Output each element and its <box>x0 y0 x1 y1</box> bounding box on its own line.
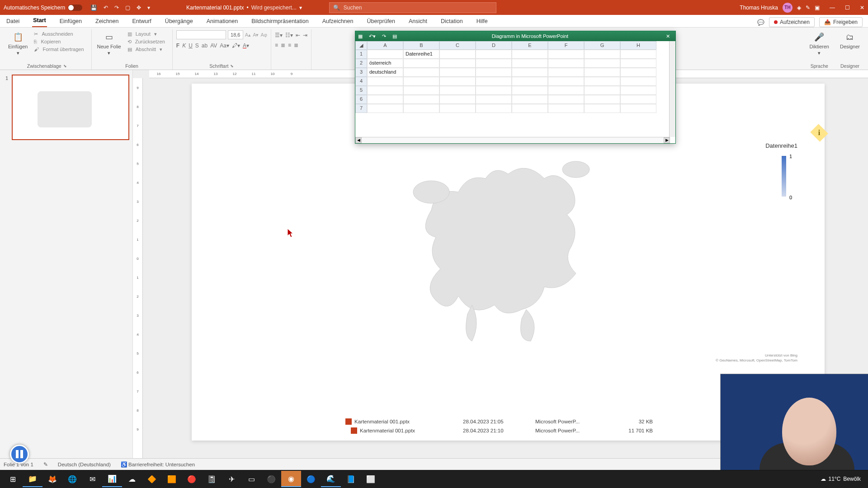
app-icon[interactable]: 📘 <box>341 471 361 487</box>
document-title[interactable]: Kartenmaterial 001.pptx • Wird gespeiche… <box>186 5 302 11</box>
cell-B3[interactable] <box>403 68 439 77</box>
char-spacing-icon[interactable]: AV <box>210 42 217 49</box>
col-header[interactable]: A <box>367 41 403 50</box>
tab-hilfe[interactable]: Hilfe <box>476 15 489 27</box>
font-family-input[interactable] <box>176 30 226 39</box>
cell-B1[interactable]: Datenreihe1 <box>403 50 439 59</box>
cell-A1[interactable] <box>367 50 403 59</box>
obs-icon[interactable]: ⚫ <box>261 471 281 487</box>
app-icon[interactable]: ⬜ <box>361 471 381 487</box>
row-header[interactable]: 2 <box>355 59 367 68</box>
taskbar[interactable]: ⊞ 📁 🦊 🌐 ✉ 📊 ☁ 🔶 🟧 🔴 📓 ✈ ▭ ⚫ ◉ 🔵 🌊 📘 ⬜ ☁ … <box>0 470 868 488</box>
touch-icon[interactable]: ✥ <box>137 5 141 11</box>
dialog-launcher-icon[interactable]: ⬊ <box>230 64 234 68</box>
col-header[interactable]: C <box>439 41 476 50</box>
comments-icon[interactable]: 💬 <box>757 19 764 26</box>
spell-check-icon[interactable]: ✎ <box>43 461 48 468</box>
app-icon[interactable]: 🟧 <box>162 471 182 487</box>
scrollbar-vertical[interactable] <box>669 41 675 137</box>
indent-dec-icon[interactable]: ⇤ <box>296 32 300 38</box>
layout-button[interactable]: ▥ Layout ▾ <box>126 30 169 38</box>
telegram-icon[interactable]: ✈ <box>222 471 241 487</box>
row-header[interactable]: 6 <box>355 95 367 104</box>
tab-praesentation[interactable]: Bildschirmpräsentation <box>250 15 309 27</box>
outlook-icon[interactable]: ✉ <box>82 471 102 487</box>
tab-uebergaenge[interactable]: Übergänge <box>164 15 194 27</box>
numbering-icon[interactable]: ☷▾ <box>285 32 293 38</box>
row-header[interactable]: 5 <box>355 86 367 95</box>
case-button[interactable]: Aa▾ <box>220 42 229 49</box>
record-button[interactable]: Aufzeichnen <box>769 17 815 27</box>
align-center-icon[interactable]: ≣ <box>281 42 285 48</box>
maximize-icon[interactable]: ☐ <box>845 5 850 11</box>
system-tray[interactable]: ☁ 11°C Bewölk <box>821 476 866 482</box>
row-header[interactable]: 3 <box>355 68 367 77</box>
onenote-icon[interactable]: 📓 <box>202 471 222 487</box>
row-header[interactable]: 4 <box>355 77 367 86</box>
scroll-right-icon[interactable]: ▶ <box>664 137 670 143</box>
tab-entwurf[interactable]: Entwurf <box>131 15 152 27</box>
shadow-button[interactable]: ab <box>202 42 208 49</box>
tab-ansicht[interactable]: Ansicht <box>408 15 428 27</box>
weather-widget[interactable]: ☁ 11°C Bewölk <box>821 476 861 482</box>
row-header[interactable]: 7 <box>355 104 367 113</box>
bold-button[interactable]: F <box>176 42 179 49</box>
dictate-button[interactable]: 🎤 Diktieren ▾ <box>808 30 831 57</box>
app-icon[interactable]: 🔵 <box>301 471 321 487</box>
start-button[interactable]: ⊞ <box>3 471 23 487</box>
clear-format-icon[interactable]: Aφ <box>260 32 267 38</box>
firefox-icon[interactable]: 🦊 <box>42 471 62 487</box>
close-icon[interactable]: ✕ <box>663 33 673 39</box>
search-box[interactable]: 🔍 <box>329 2 496 13</box>
tab-einfuegen[interactable]: Einfügen <box>59 15 83 27</box>
designer-button[interactable]: 🗂 Designer <box>838 30 862 50</box>
info-badge-icon[interactable] <box>810 124 828 142</box>
present-icon[interactable]: ▢ <box>125 5 130 11</box>
cell-B2[interactable] <box>403 59 439 68</box>
app-icon[interactable]: 🔴 <box>182 471 202 487</box>
underline-button[interactable]: U <box>189 42 193 49</box>
app-icon[interactable]: ✎ <box>806 5 810 11</box>
tab-dictation[interactable]: Dictation <box>440 15 464 27</box>
tab-start[interactable]: Start <box>32 14 47 27</box>
col-header[interactable]: H <box>620 41 656 50</box>
col-header[interactable]: E <box>512 41 548 50</box>
vlc-icon[interactable]: 🔶 <box>142 471 162 487</box>
increase-font-icon[interactable]: A▴ <box>245 32 251 38</box>
italic-button[interactable]: K <box>182 42 186 49</box>
powerpoint-icon[interactable]: 📊 <box>102 471 122 487</box>
strike-button[interactable]: S <box>195 42 199 49</box>
tab-aufzeichnen[interactable]: Aufzeichnen <box>321 15 354 27</box>
excel-icon[interactable]: ▦ <box>358 33 363 39</box>
col-header[interactable]: G <box>584 41 620 50</box>
format-painter-button[interactable]: 🖌 Format übertragen <box>32 46 87 53</box>
undo-icon[interactable]: ↶▾ <box>369 33 376 39</box>
tab-zeichnen[interactable]: Zeichnen <box>94 15 119 27</box>
reset-button[interactable]: ⟲ Zurücksetzen <box>126 38 169 45</box>
cell-A3[interactable]: deutschland <box>367 68 403 77</box>
user-name[interactable]: Thomas Hruska <box>740 5 778 11</box>
table-icon[interactable]: ▤ <box>392 33 397 39</box>
data-window-titlebar[interactable]: ▦ ↶▾ ↷ ▤ Diagramm in Microsoft PowerPoin… <box>355 31 675 41</box>
new-slide-button[interactable]: ▭ Neue Folie ▾ <box>95 30 123 57</box>
user-avatar[interactable]: TH <box>783 3 793 13</box>
chrome-icon[interactable]: 🌐 <box>62 471 82 487</box>
scroll-left-icon[interactable]: ◀ <box>355 137 362 143</box>
edge-icon[interactable]: 🌊 <box>321 471 341 487</box>
highlight-icon[interactable]: 🖍▾ <box>232 42 240 49</box>
minimize-icon[interactable]: — <box>830 5 835 11</box>
redo-icon[interactable]: ↷ <box>382 33 386 39</box>
share-button[interactable]: 📤Freigeben <box>819 17 863 27</box>
slide-thumbnail-1[interactable]: 1 <box>12 75 129 140</box>
app-icon[interactable]: ◉ <box>281 471 301 487</box>
window-icon[interactable]: ▣ <box>815 5 820 11</box>
align-right-icon[interactable]: ≡ <box>288 42 291 48</box>
cell-A2[interactable]: österreich <box>367 59 403 68</box>
app-icon[interactable]: ☁ <box>122 471 142 487</box>
close-icon[interactable]: ✕ <box>860 5 864 11</box>
row-header[interactable]: 1 <box>355 50 367 59</box>
select-all-cell[interactable]: ◢ <box>355 41 367 50</box>
accessibility-status[interactable]: ♿ Barrierefreiheit: Untersuchen <box>121 461 195 468</box>
indent-inc-icon[interactable]: ⇥ <box>303 32 307 38</box>
col-header[interactable]: D <box>476 41 512 50</box>
